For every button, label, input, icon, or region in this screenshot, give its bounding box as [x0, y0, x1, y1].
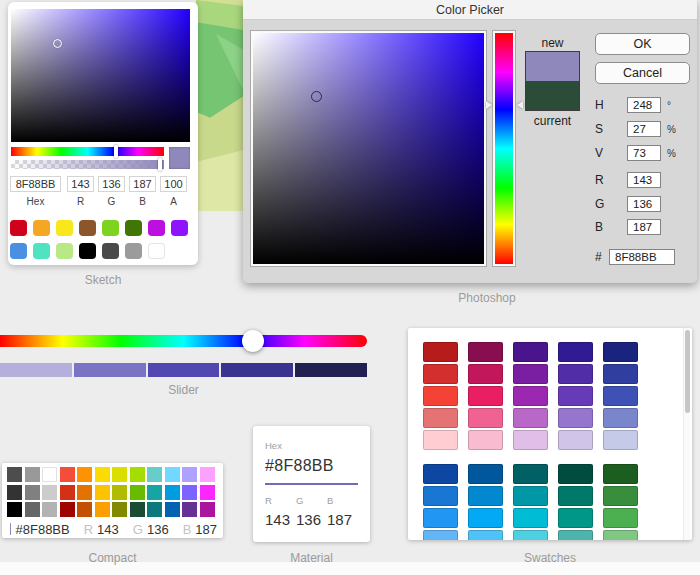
- a-input[interactable]: 100: [160, 176, 187, 192]
- compact-color-cell[interactable]: [200, 485, 215, 500]
- swatch-color-cell[interactable]: [468, 408, 503, 428]
- swatch-color-cell[interactable]: [468, 464, 503, 484]
- swatch-color-cell[interactable]: [513, 464, 548, 484]
- g-input[interactable]: 136: [627, 196, 661, 212]
- preset-color-swatch[interactable]: [79, 220, 96, 236]
- swatch-color-cell[interactable]: [423, 508, 458, 528]
- swatch-color-cell[interactable]: [423, 486, 458, 506]
- sketch-saturation-value-area[interactable]: [11, 9, 190, 142]
- b-input[interactable]: 187: [129, 176, 156, 192]
- compact-color-cell[interactable]: [130, 467, 145, 482]
- hue-marker-right-icon[interactable]: [517, 101, 523, 109]
- swatch-color-cell[interactable]: [513, 364, 548, 384]
- compact-color-cell[interactable]: [147, 485, 162, 500]
- compact-color-cell[interactable]: [182, 502, 197, 517]
- swatch-color-cell[interactable]: [513, 386, 548, 406]
- cancel-button[interactable]: Cancel: [595, 62, 690, 84]
- compact-color-cell[interactable]: [60, 502, 75, 517]
- swatch-color-cell[interactable]: [603, 430, 638, 450]
- swatch-color-cell[interactable]: [423, 408, 458, 428]
- b-input[interactable]: 187: [627, 219, 661, 235]
- compact-color-cell[interactable]: [200, 467, 215, 482]
- compact-color-cell[interactable]: [77, 502, 92, 517]
- compact-color-cell[interactable]: [200, 502, 215, 517]
- swatch-color-cell[interactable]: [603, 364, 638, 384]
- compact-color-cell[interactable]: [42, 467, 57, 482]
- swatch-color-cell[interactable]: [513, 342, 548, 362]
- sketch-alpha-slider[interactable]: [11, 160, 164, 169]
- swatch-color-cell[interactable]: [513, 408, 548, 428]
- hex-input[interactable]: #8F88BB: [265, 457, 358, 475]
- g-input[interactable]: 136: [98, 176, 125, 192]
- compact-color-cell[interactable]: [112, 485, 127, 500]
- preset-color-swatch[interactable]: [171, 220, 188, 236]
- swatch-color-cell[interactable]: [603, 530, 638, 540]
- compact-color-cell[interactable]: [182, 485, 197, 500]
- swatch-color-cell[interactable]: [603, 386, 638, 406]
- slider-hue-track[interactable]: [0, 335, 367, 347]
- swatch-color-cell[interactable]: [558, 386, 593, 406]
- hex-input[interactable]: 8F88BB: [609, 249, 675, 265]
- shade-swatch[interactable]: [148, 363, 220, 377]
- swatch-color-cell[interactable]: [468, 386, 503, 406]
- compact-color-cell[interactable]: [130, 485, 145, 500]
- swatch-color-cell[interactable]: [513, 508, 548, 528]
- preset-color-swatch[interactable]: [33, 243, 50, 259]
- shade-swatch[interactable]: [74, 363, 146, 377]
- compact-color-cell[interactable]: [42, 502, 57, 517]
- swatch-color-cell[interactable]: [603, 342, 638, 362]
- compact-color-cell[interactable]: [7, 485, 22, 500]
- swatch-color-cell[interactable]: [558, 430, 593, 450]
- swatch-color-cell[interactable]: [468, 508, 503, 528]
- swatch-color-cell[interactable]: [558, 464, 593, 484]
- v-input[interactable]: 73: [627, 145, 661, 161]
- h-input[interactable]: 248: [627, 97, 661, 113]
- compact-color-cell[interactable]: [60, 485, 75, 500]
- scrollbar-thumb[interactable]: [685, 330, 690, 413]
- preset-color-swatch[interactable]: [125, 243, 142, 259]
- sketch-hue-thumb[interactable]: [114, 145, 118, 158]
- compact-color-cell[interactable]: [77, 467, 92, 482]
- photoshop-color-indicator[interactable]: [311, 91, 322, 102]
- compact-color-cell[interactable]: [182, 467, 197, 482]
- swatch-color-cell[interactable]: [603, 408, 638, 428]
- compact-color-cell[interactable]: [147, 502, 162, 517]
- swatch-color-cell[interactable]: [423, 342, 458, 362]
- sketch-color-indicator[interactable]: [53, 39, 62, 48]
- swatch-color-cell[interactable]: [558, 364, 593, 384]
- photoshop-hue-bar[interactable]: [493, 31, 515, 266]
- compact-color-cell[interactable]: [60, 467, 75, 482]
- swatch-color-cell[interactable]: [468, 430, 503, 450]
- swatch-color-cell[interactable]: [468, 364, 503, 384]
- preset-color-swatch[interactable]: [33, 220, 50, 236]
- compact-color-cell[interactable]: [42, 485, 57, 500]
- swatch-color-cell[interactable]: [468, 530, 503, 540]
- swatch-color-cell[interactable]: [468, 486, 503, 506]
- shade-swatch[interactable]: [221, 363, 293, 377]
- preset-color-swatch[interactable]: [102, 220, 119, 236]
- shade-swatch[interactable]: [295, 363, 367, 377]
- swatch-color-cell[interactable]: [603, 486, 638, 506]
- s-input[interactable]: 27: [627, 121, 661, 137]
- preset-color-swatch[interactable]: [79, 243, 96, 259]
- compact-color-cell[interactable]: [147, 467, 162, 482]
- compact-color-cell[interactable]: [77, 485, 92, 500]
- swatch-color-cell[interactable]: [558, 508, 593, 528]
- photoshop-saturation-value-area[interactable]: [251, 31, 486, 266]
- preset-color-swatch[interactable]: [56, 243, 73, 259]
- swatch-color-cell[interactable]: [468, 342, 503, 362]
- compact-color-cell[interactable]: [25, 467, 40, 482]
- compact-color-cell[interactable]: [165, 485, 180, 500]
- compact-color-cell[interactable]: [95, 467, 110, 482]
- preset-color-swatch[interactable]: [10, 220, 27, 236]
- r-input[interactable]: 143: [67, 176, 94, 192]
- preset-color-swatch[interactable]: [125, 220, 142, 236]
- swatch-color-cell[interactable]: [423, 386, 458, 406]
- preset-color-swatch[interactable]: [148, 243, 165, 259]
- hue-marker-left-icon[interactable]: [486, 101, 492, 109]
- compact-color-cell[interactable]: [95, 485, 110, 500]
- compact-color-cell[interactable]: [112, 502, 127, 517]
- compact-color-cell[interactable]: [7, 502, 22, 517]
- swatch-color-cell[interactable]: [423, 430, 458, 450]
- sketch-hue-slider[interactable]: [11, 147, 164, 156]
